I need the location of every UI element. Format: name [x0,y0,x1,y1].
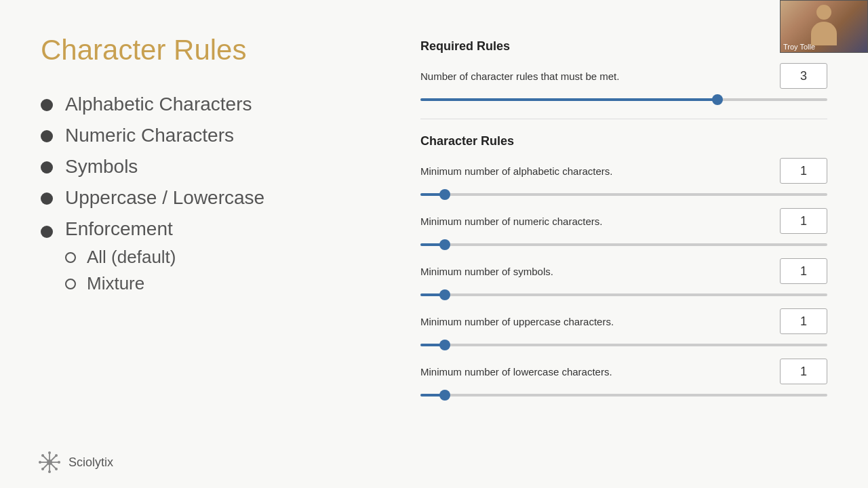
person-body [811,22,837,45]
uppercase-rule-row: Minimum number of uppercase characters. … [420,308,827,334]
required-rules-title: Required Rules [420,39,827,54]
list-item-numeric-label: Numeric Characters [65,125,234,146]
alphabetic-slider[interactable] [420,188,827,201]
required-rules-slider-fill [420,98,717,101]
numeric-rule-input[interactable]: 1 [780,208,827,234]
required-rules-row: Number of character rules that must be m… [420,63,827,89]
list-item-symbols-label: Symbols [65,156,138,178]
list-item-alphabetic-label: Alphabetic Characters [65,94,252,115]
uppercase-slider[interactable] [420,338,827,352]
bullet-dot-symbols [41,161,53,174]
symbols-slider-track [420,293,827,296]
svg-point-9 [48,451,51,454]
list-item-enforcement: Enforcement All (default) Mixture [41,218,393,300]
main-content: Character Rules Alphabetic Characters Nu… [0,0,868,488]
symbols-rule-label: Minimum number of symbols. [420,266,780,277]
video-name-label: Troy Tolle [783,43,815,51]
right-column: Required Rules Number of character rules… [393,27,827,461]
logo-area: Sciolytix [37,450,113,474]
list-item-symbols: Symbols [41,156,393,178]
svg-line-5 [43,455,50,462]
symbols-rule-input[interactable]: 1 [780,258,827,284]
svg-line-8 [43,462,50,469]
list-item-uppercase-lowercase: Uppercase / Lowercase [41,187,393,209]
uppercase-slider-track [420,344,827,346]
person-head [816,5,831,20]
required-rules-slider[interactable] [420,93,827,106]
required-rules-label: Number of character rules that must be m… [420,70,780,82]
enforcement-sub-list: All (default) Mixture [65,247,176,300]
section-divider [420,119,827,119]
required-rules-input[interactable]: 3 [780,63,827,89]
lowercase-slider-thumb[interactable] [439,390,450,401]
svg-point-11 [39,461,41,464]
svg-point-12 [58,461,60,464]
bullet-dot-enforcement [41,226,53,238]
symbols-slider-thumb[interactable] [439,289,450,300]
symbols-slider[interactable] [420,288,827,302]
person-avatar [809,5,840,49]
numeric-slider-track [420,243,827,246]
list-item-numeric: Numeric Characters [41,125,393,146]
svg-line-6 [50,462,56,469]
required-rules-slider-thumb[interactable] [712,94,723,105]
bullet-dot-uppercase-lowercase [41,192,53,205]
left-column: Character Rules Alphabetic Characters Nu… [41,27,393,461]
lowercase-rule-label: Minimum number of lowercase characters. [420,366,780,378]
list-item-alphabetic: Alphabetic Characters [41,94,393,115]
lowercase-rule-row: Minimum number of lowercase characters. … [420,359,827,384]
alphabetic-rule-label: Minimum number of alphabetic characters. [420,165,780,177]
list-item-all-default-label: All (default) [87,247,176,268]
svg-point-13 [41,454,44,457]
numeric-rule-label: Minimum number of numeric characters. [420,216,780,227]
video-overlay: Troy Tolle [780,0,868,53]
uppercase-rule-label: Minimum number of uppercase characters. [420,316,780,327]
lowercase-rule-input[interactable]: 1 [780,359,827,384]
svg-point-15 [55,454,58,457]
uppercase-slider-thumb[interactable] [439,340,450,350]
bullet-dot-numeric [41,130,53,142]
lowercase-slider[interactable] [420,388,827,402]
alphabetic-slider-thumb[interactable] [439,189,450,200]
logo-text: Sciolytix [68,455,113,470]
uppercase-rule-input[interactable]: 1 [780,308,827,334]
numeric-slider-thumb[interactable] [439,239,450,250]
numeric-rule-row: Minimum number of numeric characters. 1 [420,208,827,234]
alphabetic-rule-row: Minimum number of alphabetic characters.… [420,158,827,184]
list-item-enforcement-label: Enforcement [65,218,173,240]
svg-point-14 [55,468,58,470]
symbols-rule-row: Minimum number of symbols. 1 [420,258,827,284]
sub-bullet-mixture [65,279,76,289]
bullet-list: Alphabetic Characters Numeric Characters… [41,94,393,309]
list-item-mixture: Mixture [65,273,176,294]
sciolytix-logo-icon [37,450,62,474]
list-item-uppercase-lowercase-label: Uppercase / Lowercase [65,187,264,209]
character-rules-title: Character Rules [420,134,827,148]
list-item-mixture-label: Mixture [87,273,144,294]
page-title: Character Rules [41,34,393,66]
alphabetic-rule-input[interactable]: 1 [780,158,827,184]
svg-point-16 [41,468,44,470]
sub-bullet-all-default [65,252,76,263]
numeric-slider[interactable] [420,238,827,251]
svg-line-7 [50,455,56,462]
list-item-all-default: All (default) [65,247,176,268]
lowercase-slider-track [420,394,827,396]
svg-point-10 [48,470,51,473]
bullet-dot-alphabetic [41,99,53,111]
alphabetic-slider-track [420,193,827,196]
